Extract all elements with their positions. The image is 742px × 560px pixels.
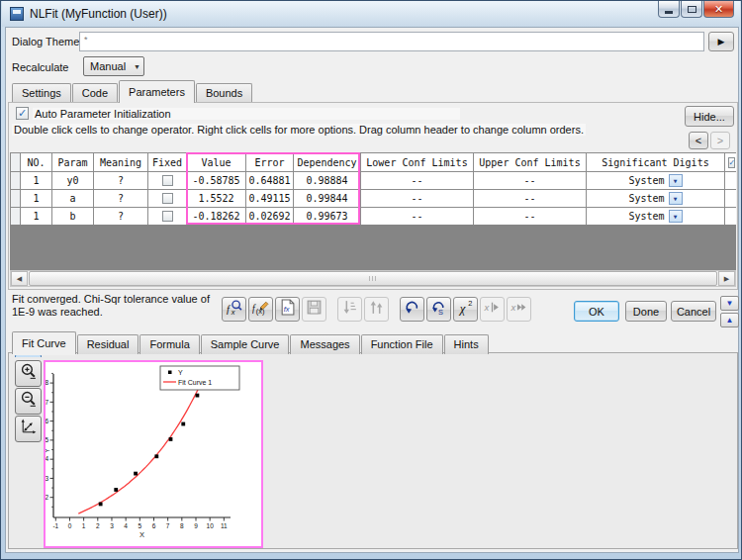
cell-error: 0.64881 (246, 172, 294, 190)
theme-flyout-button[interactable]: ▶ (708, 32, 734, 51)
edit-function-button[interactable]: f(x) (248, 297, 273, 322)
table-row: 1a?1.55220.491150.99844----System▼ (11, 190, 736, 208)
cell-value[interactable]: -0.58785 (187, 172, 246, 190)
tab-fit-curve[interactable]: Fit Curve (12, 331, 76, 354)
table-horizontal-scrollbar[interactable]: ◀ ▶ (10, 270, 736, 287)
maximize-icon (688, 6, 696, 13)
svg-text:5: 5 (139, 522, 142, 529)
svg-text:0: 0 (68, 522, 72, 529)
table-hint-text: Double click cells to change operator. R… (12, 124, 586, 136)
zoom-in-button[interactable] (15, 360, 42, 387)
tab-function-file[interactable]: Function File (361, 334, 443, 354)
revert-fit-button[interactable]: S (426, 297, 451, 322)
tab-residual[interactable]: Residual (77, 334, 139, 354)
recalculate-value: Manual (90, 60, 126, 72)
rescale-arrows-icon (19, 418, 38, 440)
tab-sample-curve[interactable]: Sample Curve (201, 334, 290, 354)
sig-digits-value: System (628, 211, 664, 222)
cell-upper: -- (474, 190, 587, 208)
reset-parameters-button[interactable] (400, 297, 424, 322)
next-column-button[interactable]: > (710, 132, 730, 149)
arrows-up-icon (368, 299, 385, 320)
chi-square-icon: χ2 (457, 299, 474, 320)
fixed-checkbox[interactable] (162, 193, 173, 204)
cell-meaning: ? (94, 208, 148, 225)
tab-formula[interactable]: Formula (139, 334, 199, 354)
initial-cell (725, 172, 736, 190)
cancel-button[interactable]: Cancel (671, 301, 716, 322)
window-title: NLFit (MyFunction (User)) (30, 7, 167, 21)
panel-collapse-button[interactable]: ▼ (720, 296, 739, 311)
svg-text:7: 7 (166, 522, 170, 529)
one-iteration-button: x (480, 297, 505, 322)
dialog-theme-input[interactable]: * (79, 32, 704, 51)
scroll-left-icon[interactable]: ◀ (11, 271, 28, 286)
column-header-no-[interactable]: NO. (21, 153, 52, 172)
svg-text:11: 11 (221, 522, 228, 529)
column-header-param[interactable]: Param (52, 153, 94, 172)
column-header-lower-conf-limits[interactable]: Lower Conf Limits (361, 153, 474, 172)
cell-value[interactable]: -0.18262 (187, 208, 246, 225)
cell-value[interactable]: 1.5522 (187, 190, 246, 208)
scrollbar-thumb[interactable] (29, 271, 717, 286)
panel-expand-button[interactable]: ▲ (720, 313, 739, 327)
close-icon: ✕ (714, 3, 723, 16)
nlfit-dialog: NLFit (MyFunction (User)) ✕ Dialog Theme… (0, 0, 742, 560)
column-header-upper-conf-limits[interactable]: Upper Conf Limits (474, 153, 587, 172)
tab-settings[interactable]: Settings (12, 83, 71, 103)
svg-text:8: 8 (46, 379, 48, 386)
column-header-initi[interactable]: ✓ Initi (725, 153, 736, 172)
column-header-error[interactable]: Error (246, 153, 294, 172)
ok-button[interactable]: OK (574, 301, 619, 322)
svg-text:10: 10 (207, 522, 215, 529)
fixed-checkbox[interactable] (162, 211, 173, 222)
sig-digits-dropdown[interactable]: ▼ (669, 174, 683, 187)
column-header-dependency[interactable]: Dependency (294, 153, 361, 172)
preview-function-button[interactable]: fx (222, 297, 246, 322)
svg-text:x: x (231, 308, 235, 316)
dialog-theme-value: * (84, 35, 88, 45)
prev-column-button[interactable]: < (689, 132, 708, 149)
fixed-cell (148, 190, 187, 208)
cell-dependency: 0.99673 (294, 208, 361, 225)
cell-param: b (52, 208, 94, 225)
fit-status-text: Fit converged. Chi-Sqr tolerance value o… (12, 293, 215, 319)
table-row: 1b?-0.182620.026920.99673----System▼ (11, 208, 736, 225)
column-header-meaning[interactable]: Meaning (94, 153, 148, 172)
sig-digits-cell: System▼ (587, 208, 725, 225)
initial-column-checkbox[interactable]: ✓ (728, 157, 735, 168)
sig-digits-dropdown[interactable]: ▼ (669, 210, 683, 223)
tab-code[interactable]: Code (72, 83, 118, 103)
auto-init-checkbox[interactable]: ✓ (16, 107, 29, 120)
svg-text:S: S (438, 308, 443, 316)
svg-text:6: 6 (46, 418, 48, 424)
column-header-significant-digits[interactable]: Significant Digits (587, 153, 725, 172)
done-button[interactable]: Done (625, 301, 667, 322)
column-header-fixed[interactable]: Fixed (148, 153, 187, 172)
fx-magnifier-icon: fx (226, 299, 242, 320)
fx-document-icon: fx (279, 299, 296, 320)
top-tab-strip: SettingsCodeParametersBounds (12, 80, 253, 103)
tab-parameters[interactable]: Parameters (119, 80, 195, 103)
rescale-axes-button[interactable] (15, 416, 42, 442)
title-bar[interactable]: NLFit (MyFunction (User)) ✕ (2, 1, 740, 27)
close-button[interactable]: ✕ (703, 1, 734, 18)
recalculate-dropdown[interactable]: Manual ▼ (83, 56, 144, 76)
tab-hints[interactable]: Hints (444, 334, 489, 354)
sig-digits-dropdown[interactable]: ▼ (669, 192, 683, 205)
hide-button[interactable]: Hide... (685, 106, 734, 127)
svg-text:-1: -1 (52, 522, 58, 529)
calc-chi-sqr-button[interactable]: χ2 (453, 297, 478, 322)
tab-messages[interactable]: Messages (290, 334, 359, 354)
column-header-value[interactable]: Value (187, 153, 246, 172)
open-function-file-button[interactable]: fx (275, 297, 300, 322)
zoom-out-button[interactable] (15, 388, 42, 415)
maximize-button[interactable] (681, 1, 702, 18)
minimize-button[interactable] (658, 1, 680, 18)
table-row: 1y0?-0.587850.648810.98884----System▼ (11, 172, 736, 190)
tab-bounds[interactable]: Bounds (196, 83, 252, 103)
cell-upper: -- (474, 172, 587, 190)
fixed-checkbox[interactable] (162, 175, 173, 186)
svg-text:4: 4 (46, 455, 48, 462)
scroll-right-icon[interactable]: ▶ (718, 271, 735, 286)
